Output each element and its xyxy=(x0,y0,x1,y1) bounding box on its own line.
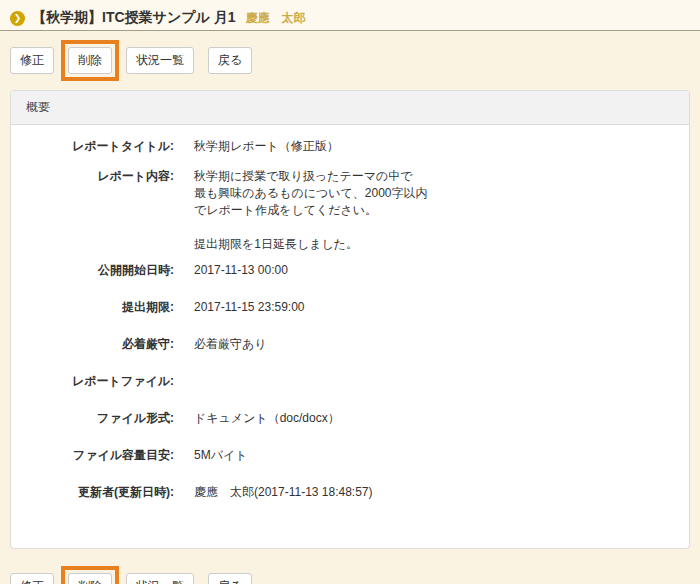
delete-button[interactable]: 削除 xyxy=(68,47,112,74)
status-list-button[interactable]: 状況一覧 xyxy=(126,573,194,584)
field-label: 公開開始日時: xyxy=(26,262,174,279)
main-content: 修正 削除 状況一覧 戻る 概要 レポートタイトル:秋学期レポート（修正版）レポ… xyxy=(0,47,700,584)
page-title: 【秋学期】ITC授業サンプル 月1 xyxy=(32,9,236,27)
field-label: レポートタイトル: xyxy=(26,138,174,155)
field-row: 提出期限:2017-11-15 23:59:00 xyxy=(26,299,674,316)
field-label: 更新者(更新日時): xyxy=(26,484,174,501)
chevron-right-icon: ❯ xyxy=(10,11,25,26)
delete-button-highlight: 削除 xyxy=(61,40,119,81)
field-row: ファイル容量目安:5Mバイト xyxy=(26,447,674,464)
edit-button[interactable]: 修正 xyxy=(10,573,54,584)
field-row: 更新者(更新日時):慶應 太郎(2017-11-13 18:48:57) xyxy=(26,484,674,501)
page-header: ❯ 【秋学期】ITC授業サンプル 月1 慶應 太郎 xyxy=(0,0,700,31)
field-row: 必着厳守:必着厳守あり xyxy=(26,336,674,353)
field-value: 秋学期に授業で取り扱ったテーマの中で 最も興味のあるものについて、2000字以内… xyxy=(194,168,428,253)
field-label: レポートファイル: xyxy=(26,373,174,390)
back-button[interactable]: 戻る xyxy=(208,573,252,584)
back-button[interactable]: 戻る xyxy=(208,47,252,74)
field-row: ファイル形式:ドキュメント（doc/docx） xyxy=(26,410,674,427)
field-row: レポートファイル: xyxy=(26,373,674,390)
field-row: レポート内容:秋学期に授業で取り扱ったテーマの中で 最も興味のあるものについて、… xyxy=(26,168,674,253)
field-value: 2017-11-15 23:59:00 xyxy=(194,299,305,316)
field-value: ドキュメント（doc/docx） xyxy=(194,410,340,427)
overview-panel: 概要 レポートタイトル:秋学期レポート（修正版）レポート内容:秋学期に授業で取り… xyxy=(10,90,690,549)
field-value: 必着厳守あり xyxy=(194,336,267,353)
toolbar-top: 修正 削除 状況一覧 戻る xyxy=(10,47,690,74)
toolbar-bottom: 修正 削除 状況一覧 戻る xyxy=(10,573,690,584)
overview-panel-header: 概要 xyxy=(11,91,689,125)
field-row: 公開開始日時:2017-11-13 00:00 xyxy=(26,262,674,279)
field-value: 2017-11-13 00:00 xyxy=(194,262,288,279)
field-label: ファイル形式: xyxy=(26,410,174,427)
field-label: ファイル容量目安: xyxy=(26,447,174,464)
field-value: 秋学期レポート（修正版） xyxy=(194,138,339,155)
delete-button[interactable]: 削除 xyxy=(68,573,112,584)
status-list-button[interactable]: 状況一覧 xyxy=(126,47,194,74)
overview-fields: レポートタイトル:秋学期レポート（修正版）レポート内容:秋学期に授業で取り扱った… xyxy=(11,125,689,548)
field-label: 提出期限: xyxy=(26,299,174,316)
user-name: 慶應 太郎 xyxy=(246,10,306,27)
edit-button[interactable]: 修正 xyxy=(10,47,54,74)
field-label: 必着厳守: xyxy=(26,336,174,353)
field-value: 慶應 太郎(2017-11-13 18:48:57) xyxy=(194,484,373,501)
field-row: レポートタイトル:秋学期レポート（修正版） xyxy=(26,138,674,155)
field-label: レポート内容: xyxy=(26,168,174,253)
delete-button-highlight: 削除 xyxy=(61,566,119,584)
field-value: 5Mバイト xyxy=(194,447,248,464)
